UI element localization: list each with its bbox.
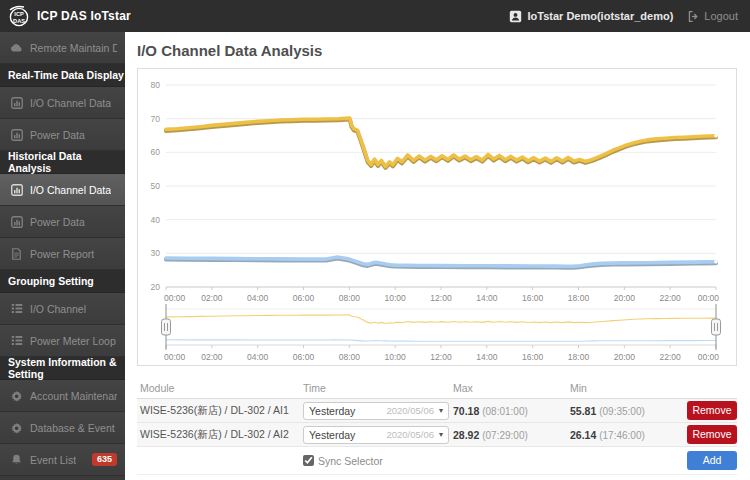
time-range-select[interactable]: Yesterday2020/05/06▾ bbox=[303, 402, 449, 420]
logo-text-2: DAS bbox=[13, 18, 25, 24]
sidebar-nav: Remote Maintain DevicesReal-Time Data Di… bbox=[0, 32, 125, 480]
sidebar-item-label: Power Meter Loop bbox=[30, 335, 116, 347]
sidebar-item-power-data[interactable]: Power Data bbox=[0, 206, 125, 238]
y-axis-tick-label: 30 bbox=[151, 248, 161, 258]
table-header-row: Module Time Max Min bbox=[137, 378, 737, 399]
sidebar-item-label: Power Data bbox=[30, 216, 85, 228]
chart-icon bbox=[9, 129, 24, 141]
table-row: WISE-5236(新店) / DL-302 / AI2Yesterday202… bbox=[137, 423, 737, 447]
sidebar-section-system-information-setting: System Information & Setting bbox=[0, 357, 125, 380]
time-range-date: 2020/05/06 bbox=[386, 405, 434, 416]
sidebar-item-event-list[interactable]: Event List635 bbox=[0, 444, 125, 476]
list-icon bbox=[9, 303, 24, 314]
sync-selector-checkbox[interactable] bbox=[303, 455, 314, 466]
sidebar-item-label: Remote Maintain Devices bbox=[30, 42, 117, 54]
sidebar-item-i-o-channel[interactable]: I/O Channel bbox=[0, 293, 125, 325]
sidebar-item-database-event-setting[interactable]: Database & Event Setting bbox=[0, 412, 125, 444]
user-menu[interactable]: IoTstar Demo(iotstar_demo) bbox=[509, 10, 673, 23]
navigator-handle-right[interactable] bbox=[712, 304, 721, 350]
cloud-icon bbox=[9, 42, 24, 53]
y-axis-tick-label: 70 bbox=[151, 114, 161, 124]
remove-button[interactable]: Remove bbox=[687, 401, 737, 420]
sidebar-section-real-time-data-display: Real-Time Data Display bbox=[0, 64, 125, 87]
report-icon bbox=[9, 248, 24, 260]
x-axis-tick-label: 02:00 bbox=[201, 293, 223, 303]
module-cell: WISE-5236(新店) / DL-302 / AI1 bbox=[137, 404, 300, 418]
table-row: WISE-5236(新店) / DL-302 / AI1Yesterday202… bbox=[137, 399, 737, 423]
channel-table: Module Time Max Min WISE-5236(新店) / DL-3… bbox=[137, 378, 737, 475]
chart-icon bbox=[9, 216, 24, 228]
sidebar-item-i-o-channel-data[interactable]: I/O Channel Data bbox=[0, 87, 125, 119]
sidebar-section-label: Historical Data Analysis bbox=[8, 150, 125, 174]
col-header-module: Module bbox=[137, 382, 300, 394]
x-axis-tick-label: 06:00 bbox=[293, 293, 315, 303]
x-axis-tick-label: 16:00 bbox=[522, 293, 544, 303]
sidebar-item-remote-maintain-devices[interactable]: Remote Maintain Devices bbox=[0, 32, 125, 64]
x-axis-tick-label: 14:00 bbox=[476, 293, 498, 303]
navigator-tick-label: 00:00 bbox=[698, 352, 720, 362]
user-icon bbox=[509, 10, 522, 23]
sidebar-section-label: System Information & Setting bbox=[8, 356, 125, 380]
sidebar-item-power-report[interactable]: Power Report bbox=[0, 238, 125, 270]
x-axis-tick-label: 12:00 bbox=[430, 293, 452, 303]
navigator-series-line bbox=[166, 340, 716, 342]
logo-text-1: ICP bbox=[14, 11, 24, 17]
chart-panel: 2030405060708000:0000:0002:0002:0004:000… bbox=[137, 68, 737, 366]
chart-icon bbox=[9, 97, 24, 109]
sidebar-section-label: Real-Time Data Display bbox=[8, 69, 124, 81]
navigator-handle-left[interactable] bbox=[162, 304, 171, 350]
sidebar-item-label: Database & Event Setting bbox=[30, 422, 117, 434]
min-cell: 26.14 (17:46:00) bbox=[567, 429, 684, 441]
series-end-marker bbox=[714, 134, 718, 138]
logout-button[interactable]: Logout bbox=[687, 10, 738, 23]
col-header-time: Time bbox=[300, 382, 450, 394]
io-channel-chart[interactable]: 2030405060708000:0000:0002:0002:0004:000… bbox=[138, 69, 736, 365]
event-count-badge: 635 bbox=[92, 453, 117, 466]
sidebar-item-label: Power Data bbox=[30, 129, 85, 141]
x-axis-tick-label: 22:00 bbox=[660, 293, 682, 303]
time-range-select[interactable]: Yesterday2020/05/06▾ bbox=[303, 426, 449, 444]
sidebar-item-label: I/O Channel Data bbox=[30, 97, 111, 109]
sidebar-item-account-maintenance[interactable]: Account Maintenance bbox=[0, 380, 125, 412]
logout-icon bbox=[687, 10, 700, 23]
gear-icon bbox=[9, 390, 24, 402]
x-axis-tick-label: 00:00 bbox=[698, 293, 720, 303]
sidebar-item-label: I/O Channel bbox=[30, 303, 86, 315]
max-cell: 70.18 (08:01:00) bbox=[450, 405, 567, 417]
navigator-tick-label: 02:00 bbox=[201, 352, 223, 362]
x-axis-tick-label: 00:00 bbox=[164, 293, 186, 303]
x-axis-tick-label: 04:00 bbox=[247, 293, 269, 303]
navigator-tick-label: 22:00 bbox=[660, 352, 682, 362]
time-range-date: 2020/05/06 bbox=[386, 429, 434, 440]
y-axis-tick-label: 20 bbox=[151, 282, 161, 292]
y-axis-tick-label: 50 bbox=[151, 181, 161, 191]
sidebar-section-label: Grouping Setting bbox=[8, 275, 94, 287]
x-axis-tick-label: 10:00 bbox=[385, 293, 407, 303]
col-header-max: Max bbox=[450, 382, 567, 394]
sync-selector-label: Sync Selector bbox=[318, 455, 383, 467]
chart-icon bbox=[9, 184, 24, 196]
logout-label: Logout bbox=[704, 10, 738, 22]
series-end-marker bbox=[714, 260, 718, 264]
time-range-value: Yesterday bbox=[309, 405, 355, 417]
sidebar-item-label: Event List bbox=[30, 454, 76, 466]
gear-icon bbox=[9, 422, 24, 434]
main-content: I/O Channel Data Analysis 20304050607080… bbox=[125, 32, 750, 480]
navigator-tick-label: 12:00 bbox=[430, 352, 452, 362]
user-name: IoTstar Demo(iotstar_demo) bbox=[527, 10, 673, 22]
sidebar-item-power-meter-loop[interactable]: Power Meter Loop bbox=[0, 325, 125, 357]
sidebar-item-label: Account Maintenance bbox=[30, 390, 117, 402]
navigator-tick-label: 08:00 bbox=[339, 352, 361, 362]
sync-selector[interactable]: Sync Selector bbox=[303, 455, 450, 467]
sidebar-item-label: Power Report bbox=[30, 248, 94, 260]
navigator-tick-label: 14:00 bbox=[476, 352, 498, 362]
y-axis-tick-label: 40 bbox=[151, 215, 161, 225]
sidebar-item-power-data[interactable]: Power Data bbox=[0, 119, 125, 151]
navigator-tick-label: 18:00 bbox=[568, 352, 590, 362]
col-header-min: Min bbox=[567, 382, 684, 394]
add-button[interactable]: Add bbox=[687, 451, 737, 470]
bell-icon bbox=[9, 454, 24, 466]
remove-button[interactable]: Remove bbox=[687, 425, 737, 444]
sidebar-item-i-o-channel-data[interactable]: I/O Channel Data bbox=[0, 174, 125, 206]
x-axis-tick-label: 20:00 bbox=[614, 293, 636, 303]
